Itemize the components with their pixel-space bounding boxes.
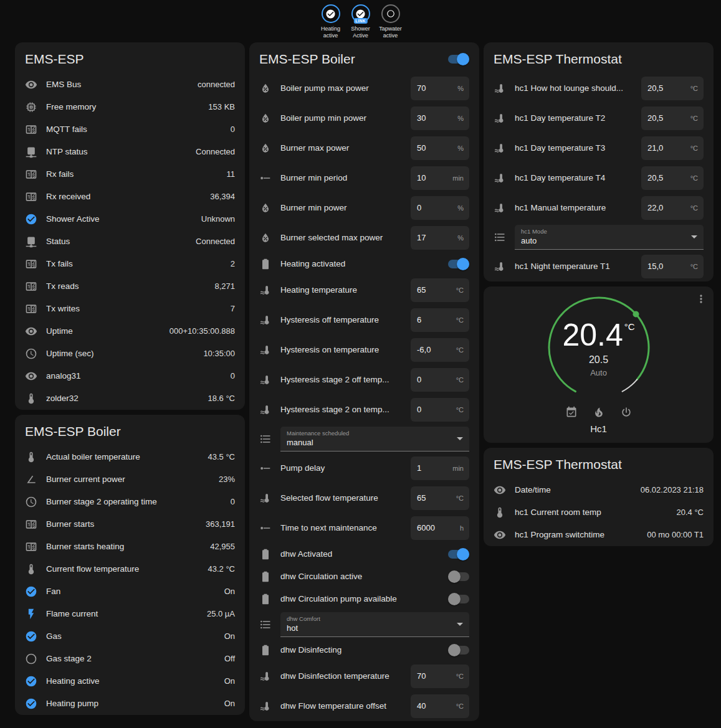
number-row[interactable]: hc1 Day temperature T2 20,5 °C xyxy=(484,103,714,133)
number-row[interactable]: Burner min power 0 % xyxy=(249,193,479,223)
number-input[interactable]: 30 % xyxy=(411,106,469,130)
sensor-row[interactable]: Actual boiler temperature 43.5 °C xyxy=(15,446,245,468)
number-input[interactable]: 15,0 °C xyxy=(641,255,704,278)
sensor-row[interactable]: Shower Active Unknown xyxy=(15,208,245,230)
number-row[interactable]: hc1 Day temperature T4 20,5 °C xyxy=(484,163,714,193)
sensor-row[interactable]: zolder32 18.6 °C xyxy=(15,387,245,410)
sensor-row[interactable]: Rx fails 11 xyxy=(15,163,245,186)
number-row[interactable]: hc1 Day temperature T3 21,0 °C xyxy=(484,133,714,163)
toggle-row[interactable]: dhw Disinfecting xyxy=(249,639,479,661)
number-input[interactable]: 0 % xyxy=(411,196,469,220)
select-input[interactable]: hc1 Mode auto xyxy=(515,225,704,250)
toggle-switch[interactable] xyxy=(448,258,469,270)
number-row[interactable]: Hysteresis on temperature -6,0 °C xyxy=(249,335,479,365)
number-input[interactable]: 21,0 °C xyxy=(641,136,704,160)
more-menu-icon[interactable] xyxy=(695,293,707,305)
number-row[interactable]: dhw Disinfection temperature 70 °C xyxy=(249,661,479,691)
number-row[interactable]: Heating temperature 65 °C xyxy=(249,275,479,305)
sensor-row[interactable]: EMS Bus connected xyxy=(15,73,245,96)
number-input[interactable]: 6000 h xyxy=(411,516,469,540)
boiler-enabled-toggle[interactable] xyxy=(448,53,469,65)
number-row[interactable]: Burner min period 10 min xyxy=(249,163,479,193)
sensor-row[interactable]: Burner stage 2 operating time 0 xyxy=(15,491,245,513)
number-input[interactable]: 70 °C xyxy=(411,664,469,688)
sensor-row[interactable]: Uptime (sec) 10:35:00 xyxy=(15,343,245,365)
number-row[interactable]: Burner max power 50 % xyxy=(249,133,479,163)
number-input[interactable]: 40 °C xyxy=(411,694,469,718)
sensor-row[interactable]: Uptime 000+10:35:00.888 xyxy=(15,320,245,343)
number-row[interactable]: Hysteresis off temperature 6 °C xyxy=(249,305,479,335)
number-row[interactable]: Hysteresis stage 2 off temp... 0 °C xyxy=(249,365,479,395)
number-input[interactable]: 0 °C xyxy=(411,368,469,392)
sensor-row[interactable]: Burner starts heating 42,955 xyxy=(15,536,245,558)
number-row[interactable]: Hysteresis stage 2 on temp... 0 °C xyxy=(249,395,479,425)
number-input[interactable]: 20,5 °C xyxy=(641,166,704,190)
number-row[interactable]: hc1 Night temperature T1 15,0 °C xyxy=(484,252,714,281)
toggle-switch[interactable] xyxy=(448,570,469,583)
toggle-row[interactable]: dhw Circulation active xyxy=(249,565,479,588)
toggle-switch[interactable] xyxy=(448,644,469,656)
number-input[interactable]: 22,0 °C xyxy=(641,196,704,220)
sensor-row[interactable]: analog31 0 xyxy=(15,365,245,387)
sensor-row[interactable]: Status Connected xyxy=(15,230,245,253)
select-row[interactable]: dhw Comfort hot xyxy=(249,610,479,639)
badge-shower-active[interactable]: LINK Shower Active xyxy=(347,4,375,40)
entity-value: On xyxy=(224,699,235,708)
thermostat-dial[interactable] xyxy=(540,293,658,405)
sensor-row[interactable]: Heating pump On xyxy=(15,693,245,715)
sensor-row[interactable]: MQTT fails 0 xyxy=(15,118,245,141)
select-input[interactable]: dhw Comfort hot xyxy=(280,612,469,637)
number-row[interactable]: Boiler pump min power 30 % xyxy=(249,103,479,133)
sensor-row[interactable]: Date/time 06.02.2023 21:18 xyxy=(484,479,714,501)
toggle-row[interactable]: dhw Circulation pump available xyxy=(249,588,479,610)
number-input[interactable]: 10 min xyxy=(411,166,469,190)
number-input[interactable]: 1 min xyxy=(411,456,469,480)
sensor-row[interactable]: Gas On xyxy=(15,625,245,648)
sensor-row[interactable]: Fan On xyxy=(15,580,245,603)
sensor-row[interactable]: Free memory 153 KB xyxy=(15,96,245,118)
number-row[interactable]: hc1 How hot lounge should... 20,5 °C xyxy=(484,73,714,103)
number-input[interactable]: 20,5 °C xyxy=(641,77,704,100)
sensor-row[interactable]: Flame current 25.0 µA xyxy=(15,603,245,625)
number-input[interactable]: 20,5 °C xyxy=(641,106,704,130)
number-input[interactable]: 50 % xyxy=(411,136,469,160)
number-input[interactable]: 65 °C xyxy=(411,486,469,510)
number-row[interactable]: Pump delay 1 min xyxy=(249,453,479,483)
sensor-row[interactable]: Burner starts 363,191 xyxy=(15,513,245,536)
toggle-switch[interactable] xyxy=(448,593,469,605)
sensor-row[interactable]: NTP status Connected xyxy=(15,141,245,163)
sensor-row[interactable]: hc1 Program switchtime 00 mo 00:00 T1 xyxy=(484,524,714,546)
number-input[interactable]: -6,0 °C xyxy=(411,338,469,362)
number-input[interactable]: 17 % xyxy=(411,226,469,250)
number-row[interactable]: Selected flow temperature 65 °C xyxy=(249,483,479,513)
toggle-row[interactable]: Heating activated xyxy=(249,253,479,275)
sensor-row[interactable]: Tx reads 8,271 xyxy=(15,275,245,298)
sensor-row[interactable]: Burner current power 23% xyxy=(15,468,245,491)
sensor-row[interactable]: Tx fails 2 xyxy=(15,253,245,275)
select-input[interactable]: Maintenance scheduled manual xyxy=(280,427,469,451)
sensor-row[interactable]: hc1 Current room temp 20.4 °C xyxy=(484,501,714,524)
sensor-row[interactable]: Current flow temperature 43.2 °C xyxy=(15,558,245,580)
heat-mode-button[interactable] xyxy=(593,406,605,418)
number-row[interactable]: Burner selected max power 17 % xyxy=(249,223,479,253)
select-row[interactable]: Maintenance scheduled manual xyxy=(249,425,479,453)
number-row[interactable]: Time to next maintenance 6000 h xyxy=(249,513,479,543)
select-row[interactable]: hc1 Mode auto xyxy=(484,223,714,252)
sensor-row[interactable]: Heating active On xyxy=(15,670,245,693)
badge-tapwater-active[interactable]: Tapwater active xyxy=(377,4,404,40)
badge-heating-active[interactable]: Heating active xyxy=(317,4,345,40)
toggle-switch[interactable] xyxy=(448,548,469,560)
schedule-mode-button[interactable] xyxy=(565,406,578,418)
number-row[interactable]: hc1 Manual temperature 22,0 °C xyxy=(484,193,714,223)
sensor-row[interactable]: Rx received 36,394 xyxy=(15,186,245,208)
number-input[interactable]: 70 % xyxy=(411,77,469,100)
sensor-row[interactable]: Tx writes 7 xyxy=(15,298,245,320)
sensor-row[interactable]: Gas stage 2 Off xyxy=(15,648,245,670)
number-row[interactable]: Boiler pump max power 70 % xyxy=(249,73,479,103)
number-input[interactable]: 6 °C xyxy=(411,308,469,332)
toggle-row[interactable]: dhw Activated xyxy=(249,543,479,565)
off-mode-button[interactable] xyxy=(620,406,633,418)
number-input[interactable]: 0 °C xyxy=(411,398,469,422)
number-input[interactable]: 65 °C xyxy=(411,278,469,302)
number-row[interactable]: dhw Flow temperature offset 40 °C xyxy=(249,691,479,721)
